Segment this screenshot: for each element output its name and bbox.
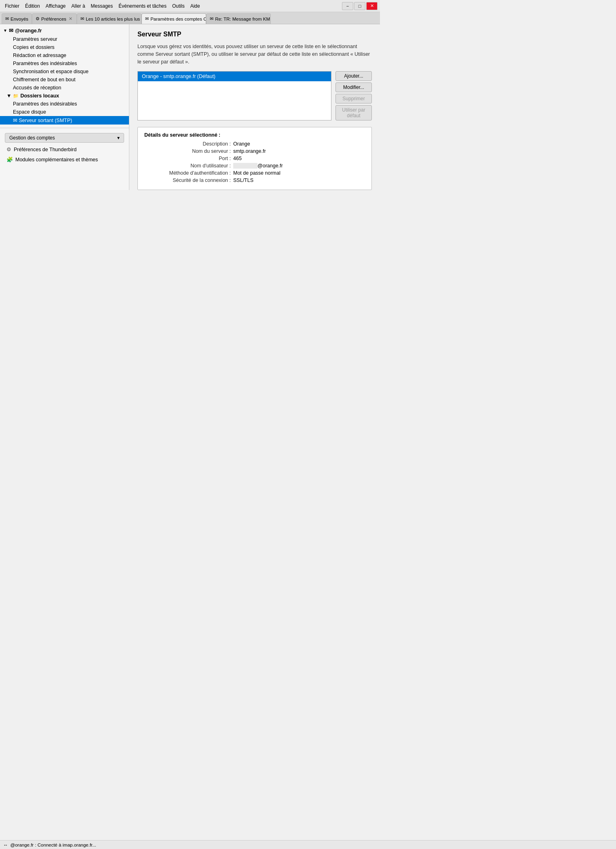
sidebar: ▼ ✉ @orange.fr Paramètres serveur Copies…: [0, 24, 129, 190]
tab-articles-label: Les 10 articles les plus lus e...: [86, 17, 141, 21]
detail-label-port: Port :: [144, 156, 233, 161]
detail-row-description: Description : Orange: [144, 141, 365, 147]
supprimer-button[interactable]: Supprimer: [335, 94, 372, 103]
tab-prefs-icon: ⚙: [36, 16, 40, 21]
account-arrow: ▼: [3, 28, 7, 33]
utilisateur-redacted: [233, 163, 257, 169]
smtp-panel: Orange - smtp.orange.fr (Défaut) Ajouter…: [137, 71, 372, 120]
detail-row-port: Port : 465: [144, 156, 365, 161]
detail-value-nom-serveur: smtp.orange.fr: [233, 148, 266, 154]
smtp-list-item-orange[interactable]: Orange - smtp.orange.fr (Défaut): [138, 72, 331, 81]
account-email: @orange.fr: [15, 28, 42, 34]
titlebar: Fichier Édition Affichage Aller à Messag…: [0, 0, 380, 12]
detail-label-description: Description :: [144, 141, 233, 147]
detail-label-utilisateur: Nom d'utilisateur :: [144, 163, 233, 169]
smtp-label: Serveur sortant (SMTP): [19, 118, 72, 123]
detail-row-methode: Méthode d'authentification : Mot de pass…: [144, 170, 365, 176]
sidebar-item-chiffrement[interactable]: Chiffrement de bout en bout: [0, 76, 129, 84]
sidebar-item-param-indes[interactable]: Paramètres des indésirables: [0, 100, 129, 108]
local-folders-label: Dossiers locaux: [20, 93, 59, 99]
menu-fichier[interactable]: Fichier: [2, 2, 22, 10]
tab-retr-icon: ✉: [210, 16, 213, 21]
account-icon: ✉: [9, 27, 13, 34]
utilisateur-suffix: @orange.fr: [257, 163, 283, 169]
manage-accounts-button[interactable]: Gestion des comptes ▾: [5, 133, 124, 143]
sidebar-item-indesirables[interactable]: Paramètres des indésirables: [0, 59, 129, 68]
tab-retr[interactable]: ✉ Re: TR: Message from KM... ✕: [206, 13, 271, 24]
menu-affichage[interactable]: Affichage: [43, 2, 68, 10]
menu-bar: Fichier Édition Affichage Aller à Messag…: [0, 2, 342, 10]
tab-envoyes[interactable]: ✉ Envoyés: [2, 13, 32, 24]
local-folders-header[interactable]: ▼ 📁 Dossiers locaux: [0, 92, 129, 100]
detail-row-securite: Sécurité de la connexion : SSL/TLS: [144, 177, 365, 183]
menu-messages[interactable]: Messages: [89, 2, 116, 10]
tab-preferences[interactable]: ⚙ Préférences ✕: [32, 13, 77, 24]
menu-edition[interactable]: Édition: [23, 2, 42, 10]
minimize-button[interactable]: −: [342, 2, 353, 10]
main-layout: ▼ ✉ @orange.fr Paramètres serveur Copies…: [0, 24, 380, 190]
manage-accounts-arrow: ▾: [117, 135, 120, 141]
details-title: Détails du serveur sélectionné :: [144, 132, 365, 138]
tab-envoyes-icon: ✉: [5, 16, 9, 21]
detail-label-securite: Sécurité de la connexion :: [144, 177, 233, 183]
local-folders-icon: 📁: [13, 93, 19, 99]
local-folders-arrow: ▼: [6, 93, 11, 99]
smtp-buttons: Ajouter... Modifier... Supprimer Utilise…: [335, 71, 372, 120]
menu-aide[interactable]: Aide: [188, 2, 203, 10]
tab-retr-label: Re: TR: Message from KM...: [215, 17, 271, 21]
close-button[interactable]: ✕: [366, 2, 378, 10]
pref-thunderbird-icon: ⚙: [6, 146, 11, 152]
sidebar-item-synchro[interactable]: Synchronisation et espace disque: [0, 68, 129, 76]
pref-thunderbird-item[interactable]: ⚙ Préférences de Thunderbird: [0, 144, 129, 154]
tab-articles[interactable]: ✉ Les 10 articles les plus lus e... ✕: [77, 13, 141, 24]
tab-articles-icon: ✉: [80, 16, 84, 21]
tab-prefs-close[interactable]: ✕: [68, 16, 73, 21]
menu-outils[interactable]: Outils: [170, 2, 187, 10]
sidebar-bottom: Gestion des comptes ▾ ⚙ Préférences de T…: [0, 128, 129, 168]
tab-envoyes-label: Envoyés: [11, 17, 28, 21]
tab-bar: ✉ Envoyés ⚙ Préférences ✕ ✉ Les 10 artic…: [0, 12, 380, 24]
menu-aller-a[interactable]: Aller à: [69, 2, 88, 10]
window-controls: − □ ✕: [342, 2, 380, 10]
sidebar-item-redaction[interactable]: Rédaction et adressage: [0, 51, 129, 59]
ajouter-button[interactable]: Ajouter...: [335, 71, 372, 81]
details-panel: Détails du serveur sélectionné : Descrip…: [137, 127, 372, 190]
utiliser-defaut-button[interactable]: Utiliser par défaut: [335, 105, 372, 120]
modules-item[interactable]: 🧩 Modules complémentaires et thèmes: [0, 154, 129, 165]
sidebar-item-smtp[interactable]: ✉ Serveur sortant (SMTP): [0, 116, 129, 125]
sidebar-item-copies-dossiers[interactable]: Copies et dossiers: [0, 43, 129, 51]
tab-parametres-label: Paramètres des comptes C...: [150, 17, 206, 21]
page-title: Serveur SMTP: [137, 31, 372, 38]
tab-prefs-label: Préférences: [41, 17, 66, 21]
restore-button[interactable]: □: [354, 2, 365, 10]
pref-thunderbird-label: Préférences de Thunderbird: [14, 147, 76, 152]
page-description: Lorsque vous gérez vos identités, vous p…: [137, 43, 372, 65]
sidebar-item-accuses[interactable]: Accusés de réception: [0, 84, 129, 92]
detail-value-securite: SSL/TLS: [233, 177, 253, 183]
smtp-list: Orange - smtp.orange.fr (Défaut): [137, 71, 331, 120]
manage-accounts-label: Gestion des comptes: [9, 135, 55, 141]
detail-label-methode: Méthode d'authentification :: [144, 170, 233, 176]
sidebar-item-parametres-serveur[interactable]: Paramètres serveur: [0, 35, 129, 43]
menu-evenements[interactable]: Événements et tâches: [116, 2, 169, 10]
sidebar-item-espace-disque[interactable]: Espace disque: [0, 108, 129, 116]
detail-value-utilisateur: @orange.fr: [233, 163, 283, 169]
smtp-icon: ✉: [13, 118, 17, 123]
modifier-button[interactable]: Modifier...: [335, 82, 372, 92]
tab-parametres-icon: ✉: [145, 16, 149, 21]
detail-row-utilisateur: Nom d'utilisateur : @orange.fr: [144, 163, 365, 169]
tab-parametres[interactable]: ✉ Paramètres des comptes C... ✕: [141, 13, 206, 24]
content-area: Serveur SMTP Lorsque vous gérez vos iden…: [129, 24, 380, 190]
detail-value-port: 465: [233, 156, 242, 161]
account-header[interactable]: ▼ ✉ @orange.fr: [0, 26, 129, 35]
detail-value-description: Orange: [233, 141, 250, 147]
detail-row-nom-serveur: Nom du serveur : smtp.orange.fr: [144, 148, 365, 154]
modules-label: Modules complémentaires et thèmes: [15, 157, 98, 163]
detail-label-nom-serveur: Nom du serveur :: [144, 148, 233, 154]
detail-value-methode: Mot de passe normal: [233, 170, 281, 176]
modules-icon: 🧩: [6, 156, 13, 163]
